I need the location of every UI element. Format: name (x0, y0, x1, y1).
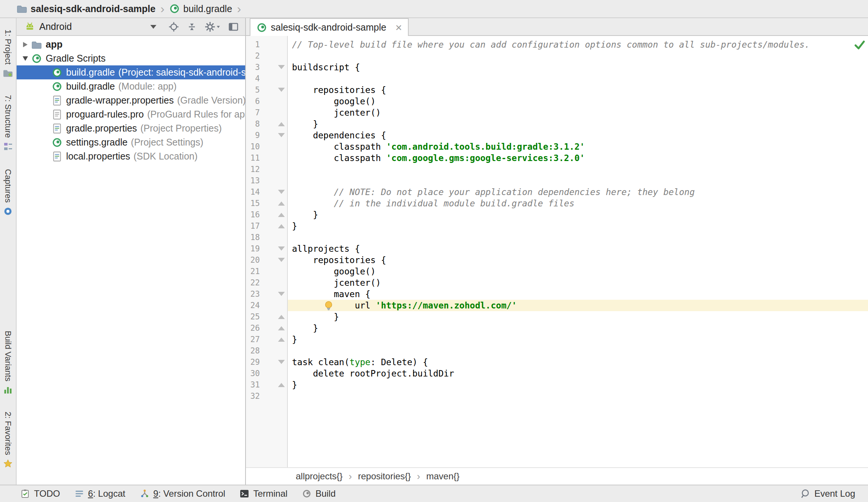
editor-tab-label: salesiq-sdk-android-sample (271, 22, 386, 33)
code-line[interactable]: dependencies { (288, 130, 868, 141)
nav-breadcrumb-build-gradle[interactable]: build.gradle (169, 3, 232, 14)
fold-marker-icon[interactable] (278, 326, 285, 330)
code-line-row: 28 (246, 345, 868, 356)
line-number: 28 (246, 345, 288, 356)
tree-item-settings-gradle[interactable]: settings.gradle(Project Settings) (17, 135, 245, 149)
fold-marker-icon[interactable] (278, 201, 285, 206)
tree-item-local-properties[interactable]: local.properties(SDK Location) (17, 149, 245, 163)
code-line[interactable] (288, 73, 868, 84)
project-tree: appGradle Scriptsbuild.gradle(Project: s… (17, 36, 245, 163)
code-line[interactable]: google() (288, 96, 868, 107)
status-terminal-button[interactable]: Terminal (239, 488, 287, 499)
code-line[interactable] (288, 164, 868, 175)
fold-marker-icon[interactable] (278, 246, 285, 251)
tree-item-gradle-wrapper-properties[interactable]: gradle-wrapper.properties(Gradle Version… (17, 93, 245, 107)
fold-marker-icon[interactable] (278, 292, 285, 296)
fold-marker-icon[interactable] (278, 190, 285, 194)
hide-panel-button[interactable] (228, 21, 239, 33)
tree-item-app[interactable]: app (17, 37, 245, 51)
project-view-selector[interactable]: Android (24, 21, 156, 32)
fold-marker-icon[interactable] (278, 315, 285, 319)
code-line[interactable]: jcenter() (288, 107, 868, 118)
fold-marker-icon[interactable] (278, 133, 285, 137)
code-line[interactable] (288, 390, 868, 402)
status-logcat-button[interactable]: 6: Logcat (74, 488, 125, 499)
gradle-icon (51, 137, 63, 148)
code-line[interactable]: google() (288, 266, 868, 277)
status-todo-button[interactable]: TODO (20, 488, 60, 499)
fold-marker-icon[interactable] (278, 65, 285, 69)
code-line[interactable]: classpath 'com.google.gms:google-service… (288, 152, 868, 164)
gutter-cell: 6 (246, 96, 288, 107)
status-label-text: : Logcat (93, 488, 125, 499)
code-line[interactable]: classpath 'com.android.tools.build:gradl… (288, 141, 868, 152)
status-build-button[interactable]: Build (302, 488, 335, 499)
fold-marker-icon[interactable] (278, 88, 285, 92)
code-line[interactable]: url 'https://maven.zohodl.com/' (288, 300, 868, 311)
code-line[interactable] (288, 232, 868, 243)
code-line[interactable]: repositories { (288, 84, 868, 96)
code-line[interactable]: } (288, 379, 868, 390)
code-token-plain: repositories { (292, 85, 386, 95)
tree-item-gradle-scripts[interactable]: Gradle Scripts (17, 51, 245, 65)
collapse-all-button[interactable] (186, 21, 198, 33)
code-line[interactable]: repositories { (288, 254, 868, 266)
code-line[interactable]: } (288, 311, 868, 322)
code-line[interactable] (288, 175, 868, 186)
code-line[interactable]: // in the individual module build.gradle… (288, 198, 868, 209)
code-line[interactable]: // NOTE: Do not place your application d… (288, 186, 868, 198)
chevron-down-icon[interactable] (20, 56, 31, 61)
tree-item-build-gradle[interactable]: build.gradle(Module: app) (17, 79, 245, 93)
tool-button-favorites[interactable]: 2: Favorites (3, 412, 13, 469)
tool-button-project[interactable]: 1: Project (3, 29, 13, 77)
code-line[interactable]: delete rootProject.buildDir (288, 368, 868, 379)
code-line[interactable]: allprojects { (288, 243, 868, 254)
tree-item-detail: (ProGuard Rules for app) (147, 109, 245, 120)
editor-tab[interactable]: salesiq-sdk-android-sample × (250, 18, 409, 36)
code-line[interactable]: // Top-level build file where you can ad… (288, 39, 868, 50)
tree-item-build-gradle[interactable]: build.gradle(Project: salesiq-sdk-androi… (17, 65, 245, 79)
code-line[interactable]: buildscript { (288, 62, 868, 73)
breadcrumb-label: build.gradle (183, 3, 232, 14)
fold-marker-icon[interactable] (278, 224, 285, 228)
locate-button[interactable] (168, 21, 179, 33)
status-event-log-button[interactable]: Event Log (800, 488, 855, 499)
tool-button-captures[interactable]: Captures (3, 169, 13, 216)
gradle-icon (51, 81, 63, 92)
fold-marker-icon[interactable] (278, 360, 285, 364)
code-line[interactable]: } (288, 322, 868, 334)
tree-item-detail: (SDK Location) (134, 151, 198, 162)
fold-marker-icon[interactable] (278, 258, 285, 262)
breadcrumb-separator-icon: › (417, 471, 420, 482)
line-number: 7 (246, 107, 288, 118)
code-line[interactable]: } (288, 220, 868, 232)
code-line[interactable] (288, 50, 868, 62)
code-line[interactable]: task clean(type: Delete) { (288, 356, 868, 368)
code-line[interactable] (288, 345, 868, 356)
editor-breadcrumb-item[interactable]: allprojects{} (296, 471, 343, 482)
code-line[interactable]: } (288, 118, 868, 130)
fold-marker-icon[interactable] (278, 338, 285, 342)
chevron-right-icon[interactable] (20, 42, 31, 47)
editor-breadcrumb-item[interactable]: maven{} (426, 471, 460, 482)
status-version-control-button[interactable]: 9: Version Control (140, 488, 225, 499)
status-label-mnemonic: 6 (88, 488, 93, 499)
code-line[interactable]: maven { (288, 288, 868, 300)
fold-marker-icon[interactable] (278, 213, 285, 217)
editor-breadcrumb-item[interactable]: repositories{} (358, 471, 411, 482)
close-icon[interactable]: × (395, 22, 402, 33)
fold-marker-icon[interactable] (278, 383, 285, 387)
code-token-string: 'com.google.gms:google-services:3.2.0' (386, 153, 585, 163)
tool-button-structure[interactable]: 7: Structure (3, 95, 13, 152)
fold-marker-icon[interactable] (278, 122, 285, 126)
breadcrumb-separator-icon: › (161, 3, 165, 15)
nav-breadcrumb-project-root[interactable]: salesiq-sdk-android-sample (17, 3, 156, 14)
code-line[interactable]: } (288, 334, 868, 345)
code-line[interactable]: } (288, 209, 868, 220)
inspection-check-icon[interactable] (854, 40, 866, 50)
tool-button-build-variants[interactable]: Build Variants (3, 331, 13, 395)
tree-item-proguard-rules-pro[interactable]: proguard-rules.pro(ProGuard Rules for ap… (17, 107, 245, 121)
tree-item-gradle-properties[interactable]: gradle.properties(Project Properties) (17, 121, 245, 135)
code-line[interactable]: jcenter() (288, 277, 868, 288)
settings-gear-button[interactable] (204, 21, 221, 33)
